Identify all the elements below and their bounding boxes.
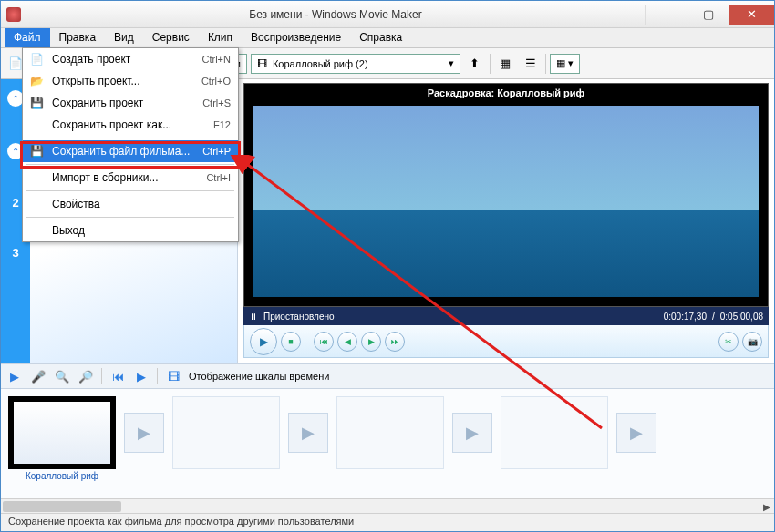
window-title: Без имени - Windows Movie Maker xyxy=(26,8,645,21)
storyboard-empty-2[interactable] xyxy=(172,396,280,469)
save-movie-icon: 💾 xyxy=(28,143,45,159)
video-frame xyxy=(253,106,759,297)
timeline-mic-icon[interactable]: 🎤 xyxy=(30,368,46,384)
storyboard-clip-1[interactable]: Коралловый риф xyxy=(8,396,116,481)
video-preview[interactable]: Раскадровка: Коралловый риф xyxy=(243,83,769,307)
view-dropdown[interactable]: ▦ ▾ xyxy=(550,54,580,74)
horizontal-scrollbar[interactable]: ◀ ▶ xyxy=(1,498,774,513)
time-current: 0:00:17,30 xyxy=(664,312,707,322)
menu-exit[interactable]: Выход xyxy=(23,220,238,241)
menu-save-project[interactable]: 💾Сохранить проектCtrl+S xyxy=(23,92,238,114)
menu-tools[interactable]: Сервис xyxy=(143,28,199,47)
rewind-icon[interactable]: ⏮ xyxy=(109,368,126,384)
storyboard-empty-3[interactable] xyxy=(336,396,444,469)
titlebar: Без имени - Windows Movie Maker — ▢ ✕ xyxy=(1,1,774,28)
reel-icon: 🎞 xyxy=(257,58,267,69)
snapshot-button[interactable]: 📷 xyxy=(742,332,762,352)
menu-save-movie-file[interactable]: 💾Сохранить файл фильма...Ctrl+P xyxy=(23,140,238,162)
collection-selector[interactable]: 🎞 Коралловый риф (2) ▾ xyxy=(251,54,460,74)
play-tl-icon[interactable]: ▶ xyxy=(133,368,150,384)
scroll-right-icon[interactable]: ▶ xyxy=(760,499,774,514)
timeline-mode-label[interactable]: Отображение шкалы времени xyxy=(189,371,329,382)
preview-pane: Раскадровка: Коралловый риф ⏸ Приостанов… xyxy=(238,79,774,363)
save-disk-icon: 💾 xyxy=(28,95,45,111)
timeline-play-icon[interactable]: ▶ xyxy=(6,368,23,384)
view-thumbnails-icon[interactable]: ▦ xyxy=(494,53,516,75)
zoom-in-icon[interactable]: 🔍 xyxy=(54,368,70,384)
minimize-button[interactable]: — xyxy=(645,5,687,25)
menubar: Файл Правка Вид Сервис Клип Воспроизведе… xyxy=(1,28,774,48)
file-menu-dropdown: 📄Создать проектCtrl+N 📂Открыть проект...… xyxy=(22,47,239,242)
new-doc-icon: 📄 xyxy=(28,51,45,67)
transition-slot-2[interactable]: ▶ xyxy=(287,396,329,469)
menu-import[interactable]: Импорт в сборники...Ctrl+I xyxy=(23,167,238,189)
transition-slot-3[interactable]: ▶ xyxy=(451,396,493,469)
step-back-button[interactable]: ◀ xyxy=(337,332,357,352)
pause-status-icon: ⏸ xyxy=(249,312,258,322)
storyboard-clip-label: Коралловый риф xyxy=(26,471,98,481)
storyboard-empty-4[interactable] xyxy=(501,396,608,469)
next-clip-button[interactable]: ⏭ xyxy=(385,332,405,352)
transition-slot-1[interactable]: ▶ xyxy=(123,396,165,469)
timeline-toolbar: ▶ 🎤 🔍 🔎 ⏮ ▶ 🎞 Отображение шкалы времени xyxy=(1,363,774,389)
open-folder-icon: 📂 xyxy=(28,73,45,89)
transition-slot-4[interactable]: ▶ xyxy=(615,396,657,469)
menu-view[interactable]: Вид xyxy=(105,28,143,47)
statusbar: Сохранение проекта как фильма для просмо… xyxy=(1,513,774,531)
zoom-out-icon[interactable]: 🔎 xyxy=(78,368,94,384)
chevron-down-icon: ▾ xyxy=(449,57,454,69)
menu-open-project[interactable]: 📂Открыть проект...Ctrl+O xyxy=(23,70,238,92)
timeline-view-icon[interactable]: 🎞 xyxy=(165,368,181,384)
task-step-3: 3 xyxy=(12,246,18,260)
time-total: 0:05:00,08 xyxy=(720,312,763,322)
menu-clip[interactable]: Клип xyxy=(199,28,242,47)
menu-new-project[interactable]: 📄Создать проектCtrl+N xyxy=(23,48,238,70)
view-details-icon[interactable]: ☰ xyxy=(520,53,542,75)
preview-status-row: ⏸ Приостановлено 0:00:17,30 / 0:05:00,08 xyxy=(243,307,769,325)
playback-state: Приостановлено xyxy=(264,312,335,322)
play-button[interactable]: ▶ xyxy=(250,328,277,355)
step-fwd-button[interactable]: ▶ xyxy=(361,332,381,352)
menu-properties[interactable]: Свойства xyxy=(23,193,238,215)
close-button[interactable]: ✕ xyxy=(728,5,774,25)
task-step-2: 2 xyxy=(12,196,18,210)
playback-controls: ▶ ■ ⏮ ◀ ▶ ⏭ ✂ 📷 xyxy=(243,325,769,358)
stop-button[interactable]: ■ xyxy=(281,332,301,352)
maximize-button[interactable]: ▢ xyxy=(687,5,728,25)
menu-play[interactable]: Воспроизведение xyxy=(242,28,350,47)
up-level-icon[interactable]: ⬆ xyxy=(464,53,486,75)
preview-title: Раскадровка: Коралловый риф xyxy=(244,87,768,98)
menu-help[interactable]: Справка xyxy=(350,28,411,47)
menu-edit[interactable]: Правка xyxy=(50,28,106,47)
menu-file[interactable]: Файл xyxy=(5,28,50,47)
prev-clip-button[interactable]: ⏮ xyxy=(314,332,334,352)
app-icon xyxy=(6,7,21,22)
scroll-thumb[interactable] xyxy=(3,501,121,512)
storyboard: Коралловый риф ▶ ▶ ▶ ▶ xyxy=(1,389,774,498)
menu-save-as[interactable]: Сохранить проект как...F12 xyxy=(23,114,238,136)
split-button[interactable]: ✂ xyxy=(718,332,739,352)
